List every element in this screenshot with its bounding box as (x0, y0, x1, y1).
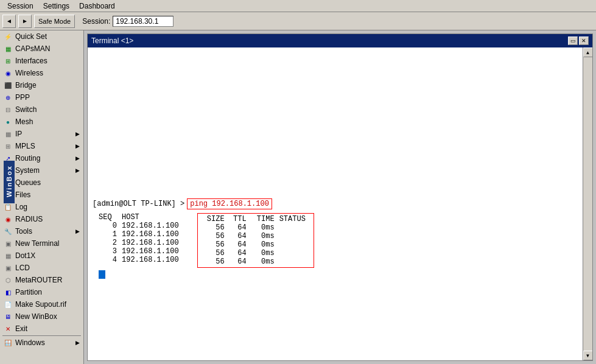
mesh-icon: ● (4, 117, 12, 126)
host-4: 192.168.1.100 (122, 256, 179, 264)
content-area: Terminal <1> ▭ ✕ [admin@OLT TP-LINK] > p… (84, 30, 596, 364)
ping-results: SEQ HOST 0 192.168.1.100 1 192.168.1.100 (99, 213, 578, 268)
menu-settings[interactable]: Settings (38, 1, 74, 12)
sidebar-item-switch[interactable]: ⊟ Switch (0, 103, 83, 116)
sidebar-item-new-terminal[interactable]: ▣ New Terminal (0, 237, 83, 250)
terminal-window: Terminal <1> ▭ ✕ [admin@OLT TP-LINK] > p… (87, 33, 593, 361)
sidebar-item-tools[interactable]: 🔧 Tools ▶ (0, 225, 83, 237)
main-layout: ⚡ Quick Set ▦ CAPsMAN ⊞ Interfaces ◉ Wir… (0, 30, 596, 364)
sidebar-item-wireless[interactable]: ◉ Wireless (0, 67, 83, 79)
sidebar-item-exit[interactable]: ✕ Exit (0, 323, 83, 335)
quick-set-icon: ⚡ (4, 32, 12, 41)
sidebar-item-partition[interactable]: ◧ Partition (0, 286, 83, 298)
host-2: 192.168.1.100 (122, 239, 179, 247)
sidebar-item-ppp[interactable]: ⊕ PPP (0, 91, 83, 103)
mpls-icon: ⊞ (4, 142, 12, 150)
size-3: 56 (202, 249, 225, 257)
ping-row-1: 1 192.168.1.100 (99, 230, 179, 239)
stats-row-4: 56 64 0ms (202, 257, 310, 266)
size-1: 56 (202, 232, 225, 240)
seq-3: 3 (99, 247, 117, 256)
sidebar-label-radius: RADIUS (15, 215, 43, 223)
sidebar-label-ip: IP (15, 130, 22, 138)
menu-dashboard[interactable]: Dashboard (74, 1, 120, 12)
sidebar-label-interfaces: Interfaces (15, 57, 47, 65)
new-winbox-icon: 🖥 (4, 312, 12, 321)
menu-session[interactable]: Session (2, 1, 38, 12)
terminal-content[interactable]: [admin@OLT TP-LINK] > ping 192.168.1.100… (88, 47, 583, 360)
time-1: 0ms (251, 232, 275, 240)
sidebar-label-switch: Switch (15, 105, 37, 114)
sidebar-label-queues: Queues (15, 178, 41, 187)
sidebar-item-quick-set[interactable]: ⚡ Quick Set (0, 30, 83, 43)
sidebar-item-mesh[interactable]: ● Mesh (0, 116, 83, 128)
sidebar-label-files: Files (15, 191, 30, 199)
prompt-line: [admin@OLT TP-LINK] > ping 192.168.1.100 (93, 198, 578, 209)
terminal-close-button[interactable]: ✕ (579, 37, 589, 45)
sidebar-item-make-supout[interactable]: 📄 Make Supout.rif (0, 298, 83, 310)
session-value: 192.168.30.1 (113, 16, 174, 27)
sidebar-item-lcd[interactable]: ▣ LCD (0, 262, 83, 274)
col-header-ttl: TTL (230, 215, 247, 223)
status-3 (279, 249, 310, 257)
terminal-restore-button[interactable]: ▭ (568, 37, 578, 45)
dot1x-icon: ▦ (4, 251, 12, 260)
forward-button[interactable]: ► (18, 15, 32, 28)
size-0: 56 (202, 223, 225, 232)
status-4 (279, 257, 310, 266)
winbox-label: WinBox (4, 161, 15, 203)
safe-mode-button[interactable]: Safe Mode (34, 15, 75, 28)
status-0 (279, 223, 310, 232)
sidebar-item-interfaces[interactable]: ⊞ Interfaces (0, 55, 83, 67)
system-arrow-icon: ▶ (75, 167, 80, 173)
stats-header: SIZE TTL TIME STATUS (202, 215, 310, 223)
sidebar-item-capsman[interactable]: ▦ CAPsMAN (0, 43, 83, 55)
session-label: Session: (82, 17, 110, 26)
stats-row-3: 56 64 0ms (202, 249, 310, 257)
status-2 (279, 240, 310, 249)
ttl-2: 64 (230, 240, 247, 249)
sidebar-item-new-winbox[interactable]: 🖥 New WinBox (0, 310, 83, 323)
interfaces-icon: ⊞ (4, 57, 12, 65)
windows-icon: 🪟 (4, 338, 12, 347)
time-4: 0ms (251, 257, 275, 266)
sidebar-item-radius[interactable]: ◉ RADIUS (0, 213, 83, 225)
stats-row-2: 56 64 0ms (202, 240, 310, 249)
scrollbar-track[interactable] (583, 57, 592, 351)
sidebar-item-mpls[interactable]: ⊞ MPLS ▶ (0, 140, 83, 152)
wireless-icon: ◉ (4, 69, 12, 77)
radius-icon: ◉ (4, 215, 12, 223)
sidebar-label-capsman: CAPsMAN (15, 44, 50, 53)
back-button[interactable]: ◄ (2, 15, 16, 28)
capsman-icon: ▦ (4, 44, 12, 53)
sidebar-item-metarouter[interactable]: ⬡ MetaROUTER (0, 274, 83, 286)
tools-arrow-icon: ▶ (75, 228, 80, 234)
sidebar-item-windows[interactable]: 🪟 Windows ▶ (0, 337, 83, 349)
seq-0: 0 (99, 222, 117, 230)
sidebar-item-bridge[interactable]: ⬛ Bridge (0, 79, 83, 91)
sidebar-separator (2, 335, 81, 336)
ip-icon: ▦ (4, 130, 12, 138)
status-1 (279, 232, 310, 240)
sidebar-label-new-terminal: New Terminal (15, 239, 59, 248)
sidebar-label-mesh: Mesh (15, 117, 33, 126)
size-4: 56 (202, 257, 225, 266)
sidebar-item-ip[interactable]: ▦ IP ▶ (0, 128, 83, 140)
metarouter-icon: ⬡ (4, 276, 12, 284)
col-header-status: STATUS (279, 215, 310, 223)
sidebar-label-tools: Tools (15, 227, 32, 236)
ping-layout: SEQ HOST 0 192.168.1.100 1 192.168.1.100 (99, 213, 578, 268)
log-icon: 📋 (4, 203, 12, 211)
host-0: 192.168.1.100 (122, 222, 179, 230)
scroll-up-button[interactable]: ▲ (583, 47, 593, 57)
seq-4: 4 (99, 256, 117, 264)
sidebar-label-wireless: Wireless (15, 69, 43, 77)
sidebar-item-dot1x[interactable]: ▦ Dot1X (0, 250, 83, 262)
make-supout-icon: 📄 (4, 300, 12, 309)
sidebar-label-bridge: Bridge (15, 81, 37, 89)
col-header-host: HOST (122, 213, 139, 222)
scroll-down-button[interactable]: ▼ (583, 351, 593, 360)
time-2: 0ms (251, 240, 275, 249)
command-box: ping 192.168.1.100 (187, 198, 272, 209)
terminal-scrollbar: ▲ ▼ (583, 47, 592, 360)
